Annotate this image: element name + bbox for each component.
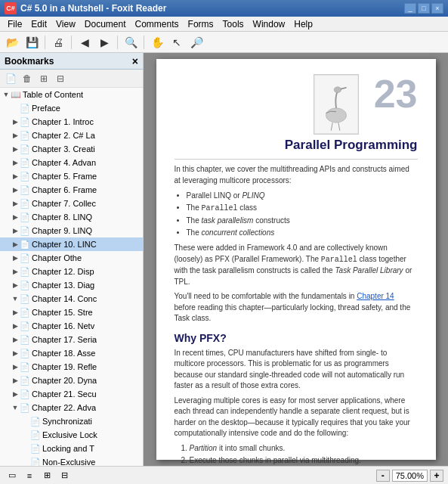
bookmark-ch8[interactable]: ▶ 📄 Chapter 8. LINQ (0, 210, 143, 224)
menu-edit[interactable]: Edit (26, 17, 51, 31)
chapter14-link[interactable]: Chapter 14 (357, 292, 394, 300)
new-bookmark-button[interactable]: 📄 (3, 72, 18, 85)
bookmarks-panel: Bookmarks × 📄 🗑 ⊞ ⊟ ▼ 📖 Table of Content… (0, 53, 144, 466)
delete-bookmark-button[interactable]: 🗑 (20, 72, 35, 85)
menu-comments[interactable]: Comments (131, 17, 184, 31)
expand-ch12-icon[interactable]: ▶ (11, 267, 20, 276)
bookmark-locking[interactable]: 📄 Locking and T (0, 442, 143, 455)
expand-ch3-icon[interactable]: ▶ (11, 144, 20, 154)
open-button[interactable]: 📂 (3, 34, 21, 51)
forward-button[interactable]: ▶ (95, 34, 113, 51)
expand-ch17-icon[interactable]: ▶ (11, 335, 20, 344)
bookmark-toc[interactable]: ▼ 📖 Table of Content (0, 88, 143, 101)
bookmark-ch10[interactable]: ▶ 📄 Chapter 10. LINC (0, 237, 143, 251)
bookmark-ch17[interactable]: ▶ 📄 Chapter 17. Seria (0, 333, 143, 346)
bookmark-sync[interactable]: 📄 Synchronizati (0, 414, 143, 428)
bookmark-ch7-label: Chapter 7. Collec (32, 199, 96, 208)
continuous-view-button[interactable]: ≡ (22, 469, 37, 482)
bookmark-nonex[interactable]: 📄 Non-Exclusive (0, 455, 143, 466)
minimize-button[interactable]: _ (404, 3, 416, 14)
bookmark-ch19[interactable]: ▶ 📄 Chapter 19. Refle (0, 360, 143, 374)
bookmark-icon-ch11: 📄 (20, 253, 30, 263)
menu-view[interactable]: View (51, 17, 80, 31)
maximize-button[interactable]: □ (418, 3, 430, 14)
toolbar-sep2 (71, 36, 72, 49)
expand-toc-icon[interactable]: ▼ (2, 90, 11, 99)
menu-tools[interactable]: Tools (218, 17, 249, 31)
collapse-all-button[interactable]: ⊟ (53, 72, 68, 85)
menu-file[interactable]: File (3, 17, 26, 31)
bookmark-exlock[interactable]: 📄 Exclusive Lock (0, 428, 143, 442)
expand-ch20-icon[interactable]: ▶ (11, 376, 20, 385)
bookmark-ch11[interactable]: ▶ 📄 Chapter Othe (0, 251, 143, 265)
bookmark-ch1[interactable]: ▶ 📄 Chapter 1. Introc (0, 115, 143, 129)
expand-ch21-icon[interactable]: ▶ (11, 389, 20, 399)
expand-all-button[interactable]: ⊞ (36, 72, 51, 85)
expand-locking-icon[interactable] (21, 444, 30, 453)
bookmark-ch18[interactable]: ▶ 📄 Chapter 18. Asse (0, 346, 143, 360)
expand-ch10-icon[interactable]: ▶ (11, 240, 20, 249)
bookmark-ch13[interactable]: ▶ 📄 Chapter 13. Diag (0, 278, 143, 292)
heron-image (314, 74, 359, 135)
expand-ch8-icon[interactable]: ▶ (11, 213, 20, 222)
save-button[interactable]: 💾 (23, 34, 41, 51)
expand-exlock-icon[interactable] (21, 430, 30, 439)
main-area: Bookmarks × 📄 🗑 ⊞ ⊟ ▼ 📖 Table of Content… (0, 53, 448, 466)
bookmark-ch14[interactable]: ▼ 📄 Chapter 14. Conc (0, 292, 143, 306)
expand-ch18-icon[interactable]: ▶ (11, 349, 20, 358)
bookmark-ch12[interactable]: ▶ 📄 Chapter 12. Disp (0, 265, 143, 278)
expand-ch22-icon[interactable]: ▼ (11, 403, 20, 412)
expand-ch4-icon[interactable]: ▶ (11, 158, 20, 167)
hand-tool[interactable]: ✋ (148, 34, 166, 51)
expand-ch16-icon[interactable]: ▶ (11, 321, 20, 330)
close-panel-icon[interactable]: × (132, 55, 138, 67)
select-tool[interactable]: ↖ (168, 34, 186, 51)
window-controls[interactable]: _ □ × (404, 3, 443, 14)
facing-view-button[interactable]: ⊞ (39, 469, 54, 482)
expand-ch7-icon[interactable]: ▶ (11, 199, 20, 208)
expand-ch6-icon[interactable]: ▶ (11, 185, 20, 194)
expand-ch11-icon[interactable]: ▶ (11, 253, 20, 262)
bookmark-ch16[interactable]: ▶ 📄 Chapter 16. Netv (0, 319, 143, 333)
expand-ch2-icon[interactable]: ▶ (11, 131, 20, 140)
zoom-in-tool[interactable]: 🔎 (187, 34, 205, 51)
single-page-view-button[interactable]: ▭ (5, 469, 20, 482)
bookmark-icon-ch17: 📄 (20, 334, 30, 345)
bookmark-ch4[interactable]: ▶ 📄 Chapter 4. Advan (0, 156, 143, 169)
menu-document[interactable]: Document (80, 17, 131, 31)
bookmark-ch2[interactable]: ▶ 📄 Chapter 2. C# La (0, 129, 143, 142)
bookmark-icon-ch22: 📄 (20, 402, 30, 413)
expand-ch5-icon[interactable]: ▶ (11, 172, 20, 181)
expand-sync-icon[interactable] (21, 417, 30, 426)
bookmark-ch9[interactable]: ▶ 📄 Chapter 9. LINQ (0, 224, 143, 237)
facing-continuous-button[interactable]: ⊟ (57, 469, 72, 482)
bookmark-icon-sync: 📄 (30, 416, 41, 427)
bookmark-ch21[interactable]: ▶ 📄 Chapter 21. Secu (0, 387, 143, 401)
expand-ch19-icon[interactable]: ▶ (11, 362, 20, 371)
bookmark-ch7[interactable]: ▶ 📄 Chapter 7. Collec (0, 197, 143, 210)
zoom-in-button[interactable]: + (430, 470, 443, 482)
bookmark-ch20[interactable]: ▶ 📄 Chapter 20. Dyna (0, 374, 143, 387)
close-button[interactable]: × (431, 3, 443, 14)
expand-ch15-icon[interactable]: ▶ (11, 308, 20, 317)
bookmark-ch5[interactable]: ▶ 📄 Chapter 5. Frame (0, 169, 143, 183)
expand-ch13-icon[interactable]: ▶ (11, 281, 20, 290)
zoom-level: 75.00% (392, 470, 428, 482)
find-button[interactable]: 🔍 (122, 34, 140, 51)
bookmark-ch3[interactable]: ▶ 📄 Chapter 3. Creati (0, 142, 143, 156)
back-button[interactable]: ◀ (76, 34, 94, 51)
bookmark-ch22[interactable]: ▼ 📄 Chapter 22. Adva (0, 401, 143, 414)
expand-ch9-icon[interactable]: ▶ (11, 226, 20, 235)
menu-forms[interactable]: Forms (184, 17, 218, 31)
bookmark-preface[interactable]: 📄 Preface (0, 101, 143, 115)
expand-preface-icon[interactable] (11, 104, 20, 113)
menu-window[interactable]: Window (249, 17, 290, 31)
expand-ch14-icon[interactable]: ▼ (11, 294, 20, 303)
bookmark-ch15[interactable]: ▶ 📄 Chapter 15. Stre (0, 306, 143, 319)
bookmark-ch6[interactable]: ▶ 📄 Chapter 6. Frame (0, 183, 143, 197)
menu-help[interactable]: Help (289, 17, 317, 31)
print-button[interactable]: 🖨 (49, 34, 67, 51)
expand-ch1-icon[interactable]: ▶ (11, 117, 20, 126)
expand-nonex-icon[interactable] (21, 458, 30, 466)
zoom-out-button[interactable]: - (376, 470, 390, 482)
